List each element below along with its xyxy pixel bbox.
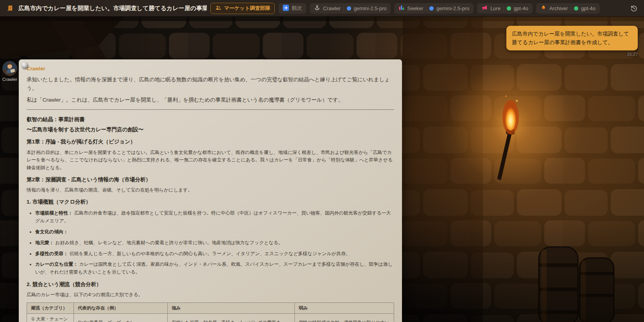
business-plan-document: 叡智の結晶：事業計画書 〜広島市場を制する次世代カレー専門店の創設〜 第1章：序…: [27, 115, 394, 322]
competitor-table: 潮流（カテゴリ） 代表的な存在（例） 強み 弱み ① 大衆・チェーン系 CoCo…: [27, 302, 394, 322]
section1-heading: 1. 市場概観（マクロ分析）: [27, 198, 394, 206]
column-header: 強み: [168, 302, 295, 313]
agent-badge-lure[interactable]: Lure : gpt-4o: [477, 3, 533, 14]
agent-badge-archiver[interactable]: Archiver : gpt-4o: [536, 3, 600, 14]
pin-sphere-icon: [22, 62, 28, 69]
list-item: 市場規模と特性： 広島市の外食市場は、政令指定都市として安定した規模を持つ。特に…: [35, 209, 394, 225]
chapter2-heading: 第2章：深層調査 - 広島という情報の海（市場分析）: [27, 175, 394, 184]
scroll-icon: [5, 4, 15, 13]
panel-author: Crawler: [27, 66, 394, 72]
team-icon: [215, 5, 221, 12]
agent-badge-crawler[interactable]: Crawler : gemini-2.5-pro: [310, 3, 391, 14]
list-item: カレーの立ち位置： カレーは国民食として広く浸透。家庭の味から、インド・ネパール…: [35, 261, 394, 276]
market-overview-list: 市場規模と特性： 広島市の外食市場は、政令指定都市として安定した規模を持つ。特に…: [27, 209, 394, 276]
section2-intro: 広島のカレー市場は、以下の4つの潮流に大別できる。: [27, 291, 394, 299]
chapter1-heading: 第1章：序論 - 我らが掲げる灯火（ビジョン）: [27, 138, 394, 146]
mode-badge[interactable]: 順次: [278, 3, 306, 14]
message-timestamp: 15:27: [506, 52, 638, 57]
agent-badge-seeker[interactable]: Seeker : gemini-2.5-pro: [394, 3, 474, 14]
agent-message-panel[interactable]: Crawler 承知いたしました。情報の海を深層まで潜り、広島の地に眠る無数の知…: [19, 59, 402, 322]
column-header: 潮流（カテゴリ）: [27, 302, 74, 313]
column-header: 代表的な存在（例）: [74, 302, 168, 313]
list-item: 食文化の傾向：: [35, 228, 394, 236]
megaphone-icon: [481, 5, 488, 12]
section2-heading: 2. 競合という潮流（競合分析）: [27, 280, 394, 289]
divider: [27, 109, 394, 110]
top-bar: 広島市内でカレー屋を開業したい。市場調査して勝てるカレー屋の事業計画書を作成して…: [0, 0, 644, 16]
crawler-avatar: [2, 61, 17, 76]
arrow-right-icon: [283, 5, 289, 12]
task-title: 広島市内でカレー屋を開業したい。市場調査して勝てるカレー屋の事業計画書を作成して…: [18, 5, 207, 12]
sender-name: Crawler: [2, 77, 18, 82]
column-header: 弱み: [295, 302, 394, 313]
intro-paragraph: 承知いたしました。情報の海を深層まで潜り、広島の地に眠る無数の知識の断片を拾い集…: [27, 75, 394, 93]
sender-column: Crawler: [2, 61, 18, 82]
table-header-row: 潮流（カテゴリ） 代表的な存在（例） 強み 弱み: [27, 302, 394, 313]
status-dot: [347, 6, 351, 11]
status-dot: [507, 6, 511, 11]
doc-subtitle: 〜広島市場を制する次世代カレー専門店の創設〜: [27, 125, 394, 134]
intro-paragraph: 私は「Crawler」。これは、広島市でカレー屋を開業し、「勝利」を掴むための事…: [27, 96, 394, 104]
intro-section: 承知いたしました。情報の海を深層まで潜り、広島の地に眠る無数の知識の断片を拾い集…: [27, 75, 394, 104]
phoenix-icon: [540, 5, 547, 12]
doc-title: 叡智の結晶：事業計画書: [27, 115, 394, 124]
history-button[interactable]: [629, 4, 639, 13]
user-message-bubble: 広島市内でカレー屋を開業したい。市場調査して勝てるカレー屋の事業計画書を作成して…: [506, 26, 638, 50]
anchor-icon: [314, 5, 320, 12]
list-item: 多様性の受容： 伝統を重んじる一方、新しいものや本格的なものへの関心も高い。ラー…: [35, 250, 394, 258]
status-dot: [574, 6, 578, 11]
chapter2-intro: 情報の海を潜り、広島市場の潮流、岩礁、そして宝の在処を明らかにします。: [27, 186, 394, 194]
user-message: 広島市内でカレー屋を開業したい。市場調査して勝てるカレー屋の事業計画書を作成して…: [506, 26, 638, 57]
status-dot: [429, 6, 434, 11]
team-badge[interactable]: マーケット調査部隊: [210, 3, 275, 14]
chapter1-body: 本計画の目的は、単にカレー屋を開業することではない。広島という食文化豊かな都市に…: [27, 149, 394, 172]
bar-chart-icon: [398, 5, 404, 12]
list-item: 地元愛： お好み焼き、牡蠣、レモンなど、地元素材への愛着と誇りが非常に強い。地産…: [35, 239, 394, 247]
table-row: ① 大衆・チェーン系 CoCo壱番屋、ゴーゴーカレー 安定した品質、知名度、手軽…: [27, 314, 394, 322]
